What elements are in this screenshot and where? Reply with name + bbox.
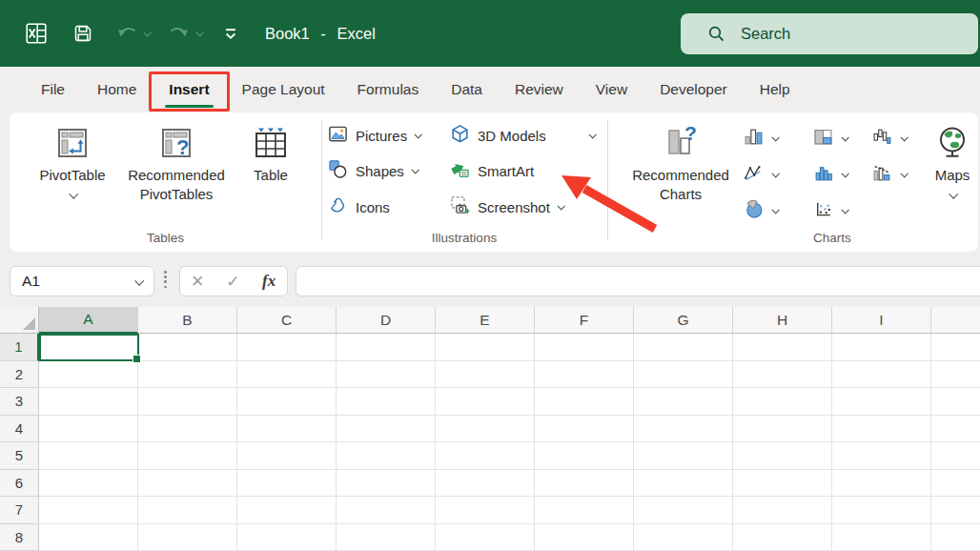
tab-home[interactable]: Home: [81, 67, 153, 112]
name-box[interactable]: A1: [10, 266, 154, 296]
cell-G1[interactable]: [634, 334, 733, 361]
cell-I6[interactable]: [832, 470, 931, 498]
cell-F5[interactable]: [535, 442, 634, 470]
cell-H1[interactable]: [733, 334, 832, 361]
column-header-partial[interactable]: [931, 307, 980, 334]
tab-review[interactable]: Review: [499, 67, 580, 112]
search-box[interactable]: Search: [681, 13, 978, 54]
formula-input[interactable]: [296, 266, 980, 296]
cell-E2[interactable]: [436, 361, 535, 389]
histogram-chart-button[interactable]: [813, 160, 847, 189]
cell-E1[interactable]: [436, 334, 535, 361]
hierarchy-chart-button[interactable]: [813, 124, 847, 153]
tab-developer[interactable]: Developer: [643, 67, 744, 112]
cell-D5[interactable]: [337, 442, 436, 470]
cell-H7[interactable]: [733, 497, 832, 524]
scatter-chart-button[interactable]: [813, 196, 847, 225]
select-all-corner[interactable]: [0, 307, 39, 334]
cell-E6[interactable]: [436, 470, 535, 498]
cell-partial-1[interactable]: [931, 334, 980, 361]
column-header-I[interactable]: I: [832, 307, 931, 334]
cell-C6[interactable]: [237, 470, 337, 498]
cell-B1[interactable]: [138, 334, 237, 361]
cell-I8[interactable]: [832, 524, 931, 551]
icons-button[interactable]: Icons: [328, 194, 390, 220]
cell-D2[interactable]: [337, 361, 436, 389]
recommended-pivottables-button[interactable]: ? RecommendedPivotTables: [120, 118, 233, 225]
tab-help[interactable]: Help: [744, 67, 806, 112]
cell-D8[interactable]: [337, 524, 436, 551]
save-icon[interactable]: [72, 23, 93, 44]
cell-E8[interactable]: [436, 524, 535, 551]
cell-F8[interactable]: [535, 524, 634, 551]
column-chart-button[interactable]: [744, 124, 778, 153]
tab-page-layout[interactable]: Page Layout: [226, 67, 341, 112]
formula-bar-resize-handle[interactable]: [164, 271, 167, 288]
row-header-1[interactable]: 1: [0, 334, 39, 361]
shapes-button[interactable]: Shapes: [328, 157, 418, 184]
cell-B7[interactable]: [138, 497, 237, 524]
column-header-E[interactable]: E: [436, 307, 535, 334]
cell-C7[interactable]: [237, 497, 337, 524]
cell-B5[interactable]: [138, 442, 237, 470]
row-header-5[interactable]: 5: [0, 442, 39, 470]
pie-chart-button[interactable]: [744, 196, 778, 225]
pivottable-button[interactable]: PivotTable: [27, 118, 118, 225]
maps-button[interactable]: Maps: [925, 118, 980, 225]
cell-C3[interactable]: [237, 388, 337, 416]
tab-insert[interactable]: Insert: [153, 67, 225, 112]
row-header-4[interactable]: 4: [0, 416, 39, 443]
redo-button[interactable]: [167, 23, 202, 44]
cell-D3[interactable]: [337, 388, 436, 416]
cell-partial-5[interactable]: [931, 442, 980, 470]
column-header-H[interactable]: H: [733, 307, 832, 334]
cell-E7[interactable]: [436, 497, 535, 524]
cell-I3[interactable]: [832, 388, 931, 416]
cell-C4[interactable]: [237, 416, 337, 443]
cell-F7[interactable]: [535, 497, 634, 524]
tab-data[interactable]: Data: [435, 67, 499, 112]
cell-G6[interactable]: [634, 470, 733, 498]
undo-button[interactable]: [114, 23, 150, 44]
cell-H8[interactable]: [733, 524, 832, 551]
cell-partial-8[interactable]: [931, 524, 980, 551]
recommended-charts-button[interactable]: ? RecommendedCharts: [627, 118, 734, 225]
smartart-button[interactable]: SmartArt: [450, 157, 534, 184]
cell-C8[interactable]: [237, 524, 337, 551]
cell-G5[interactable]: [634, 442, 733, 470]
cell-B4[interactable]: [138, 416, 237, 443]
cell-I4[interactable]: [832, 416, 931, 443]
cell-C2[interactable]: [237, 361, 337, 389]
cell-D6[interactable]: [337, 470, 436, 498]
column-header-D[interactable]: D: [337, 307, 436, 334]
fill-handle[interactable]: [133, 355, 141, 363]
column-header-B[interactable]: B: [138, 307, 237, 334]
cell-E5[interactable]: [436, 442, 535, 470]
cell-G8[interactable]: [634, 524, 733, 551]
cell-F3[interactable]: [535, 388, 634, 416]
customize-quick-access-toolbar-icon[interactable]: [221, 24, 240, 43]
cell-F6[interactable]: [535, 470, 634, 498]
column-header-C[interactable]: C: [237, 307, 337, 334]
screenshot-button[interactable]: Screenshot: [450, 194, 563, 220]
cell-I5[interactable]: [832, 442, 931, 470]
cell-H2[interactable]: [733, 361, 832, 389]
redo-dropdown-chevron-icon[interactable]: [195, 29, 203, 36]
name-box-chevron-icon[interactable]: [134, 276, 144, 285]
cell-partial-2[interactable]: [931, 361, 980, 389]
cell-A6[interactable]: [39, 470, 138, 498]
cell-G4[interactable]: [634, 416, 733, 443]
undo-dropdown-chevron-icon[interactable]: [143, 29, 151, 36]
cell-A7[interactable]: [39, 497, 138, 524]
cell-G7[interactable]: [634, 497, 733, 524]
enter-button[interactable]: ✓: [226, 272, 239, 292]
cell-A8[interactable]: [39, 524, 138, 551]
cell-A2[interactable]: [39, 361, 138, 389]
cell-B3[interactable]: [138, 388, 237, 416]
column-header-F[interactable]: F: [535, 307, 634, 334]
cell-partial-6[interactable]: [931, 470, 980, 498]
cell-partial-3[interactable]: [931, 388, 980, 416]
cell-D1[interactable]: [337, 334, 436, 361]
cell-E4[interactable]: [436, 416, 535, 443]
cell-partial-7[interactable]: [931, 497, 980, 524]
